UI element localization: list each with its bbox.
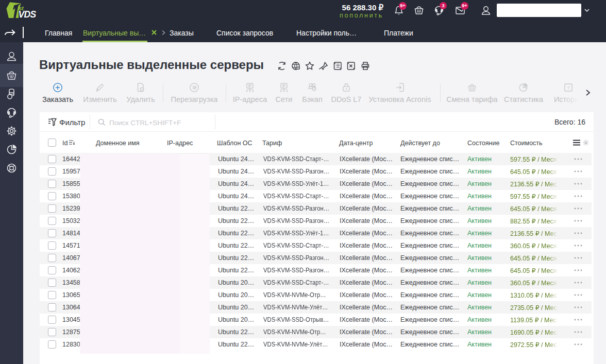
svg-text:IP: IP	[248, 83, 251, 88]
svg-text:IP: IP	[282, 83, 285, 88]
svg-text:?: ?	[567, 85, 569, 91]
